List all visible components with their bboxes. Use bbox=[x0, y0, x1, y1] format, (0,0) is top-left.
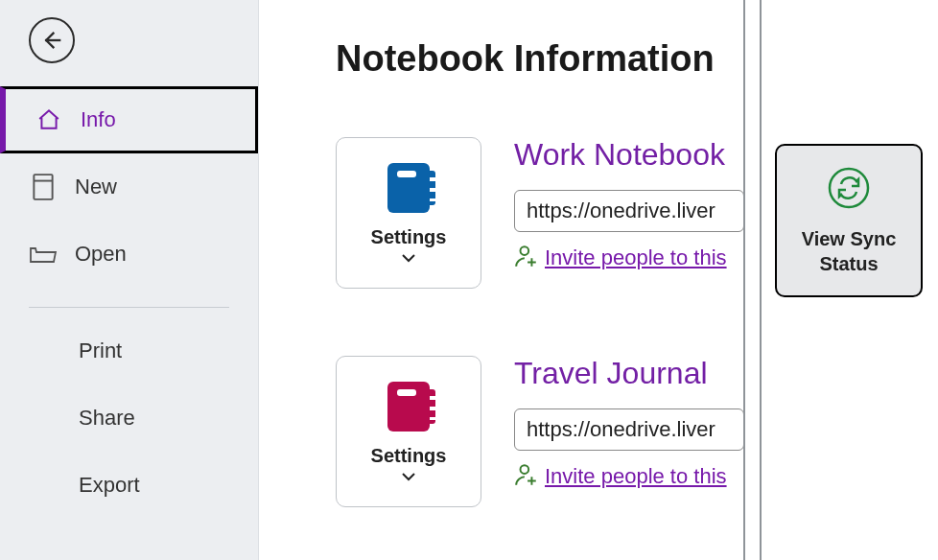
sidebar-item-print[interactable]: Print bbox=[0, 317, 258, 385]
sidebar-item-label: Share bbox=[79, 406, 135, 431]
svg-rect-0 bbox=[34, 175, 52, 199]
backstage-view: Info New Open Print Share bbox=[0, 0, 938, 560]
arrow-left-icon bbox=[38, 27, 65, 54]
notebook-url-field[interactable]: https://onedrive.liver bbox=[514, 190, 744, 232]
right-column: View Sync Status bbox=[775, 144, 923, 297]
invite-link[interactable]: Invite people to this bbox=[545, 245, 727, 270]
invite-row: Invite people to this bbox=[514, 244, 744, 272]
sidebar-item-info[interactable]: Info bbox=[0, 86, 258, 153]
invite-row: Invite people to this bbox=[514, 462, 744, 491]
folder-open-icon bbox=[29, 242, 58, 267]
settings-label: Settings bbox=[371, 226, 447, 248]
notebook-url-text: https://onedrive.liver bbox=[527, 198, 715, 223]
person-add-icon bbox=[514, 462, 539, 491]
sync-icon bbox=[826, 165, 872, 211]
sidebar-sub-group: Print Share Export bbox=[0, 297, 258, 519]
sidebar-item-open[interactable]: Open bbox=[0, 221, 258, 288]
vertical-divider bbox=[743, 0, 745, 560]
vertical-divider bbox=[760, 0, 762, 560]
home-icon bbox=[35, 107, 63, 132]
notebook-meta: Work Notebook https://onedrive.liver Inv… bbox=[514, 137, 744, 272]
svg-point-1 bbox=[521, 246, 529, 255]
sidebar-item-label: Export bbox=[79, 473, 140, 498]
notebook-url-text: https://onedrive.liver bbox=[527, 417, 715, 442]
page-title: Notebook Information bbox=[336, 38, 938, 80]
notebook-row: Settings Travel Journal https://onedrive… bbox=[336, 356, 938, 507]
notebook-settings-button[interactable]: Settings bbox=[336, 356, 481, 507]
chevron-down-icon bbox=[401, 252, 416, 264]
notebook-settings-button[interactable]: Settings bbox=[336, 137, 481, 289]
main-panel: Notebook Information Settings Work Noteb… bbox=[259, 0, 938, 560]
notebook-url-field[interactable]: https://onedrive.liver bbox=[514, 408, 744, 451]
svg-point-2 bbox=[521, 465, 529, 474]
sidebar-item-label: New bbox=[75, 175, 117, 199]
page-icon bbox=[29, 173, 58, 201]
invite-link[interactable]: Invite people to this bbox=[545, 464, 727, 489]
notebook-meta: Travel Journal https://onedrive.liver In… bbox=[514, 356, 744, 491]
sidebar-item-share[interactable]: Share bbox=[0, 385, 258, 452]
chevron-down-icon bbox=[401, 471, 416, 482]
back-button[interactable] bbox=[29, 17, 75, 63]
notebook-name: Work Notebook bbox=[514, 137, 744, 173]
settings-label: Settings bbox=[371, 445, 447, 467]
notebook-icon bbox=[387, 382, 430, 432]
sidebar-item-label: Open bbox=[75, 242, 127, 267]
notebook-name: Travel Journal bbox=[514, 356, 744, 391]
sidebar-item-new[interactable]: New bbox=[0, 153, 258, 221]
sidebar-item-label: Info bbox=[81, 107, 116, 132]
view-sync-status-button[interactable]: View Sync Status bbox=[775, 144, 923, 297]
notebook-icon bbox=[387, 163, 430, 213]
sidebar-divider bbox=[29, 307, 229, 308]
sidebar-item-label: Print bbox=[79, 338, 122, 363]
person-add-icon bbox=[514, 244, 539, 272]
sidebar-item-export[interactable]: Export bbox=[0, 452, 258, 519]
backstage-sidebar: Info New Open Print Share bbox=[0, 0, 259, 560]
sync-label: View Sync Status bbox=[802, 226, 897, 276]
svg-point-3 bbox=[830, 169, 868, 207]
